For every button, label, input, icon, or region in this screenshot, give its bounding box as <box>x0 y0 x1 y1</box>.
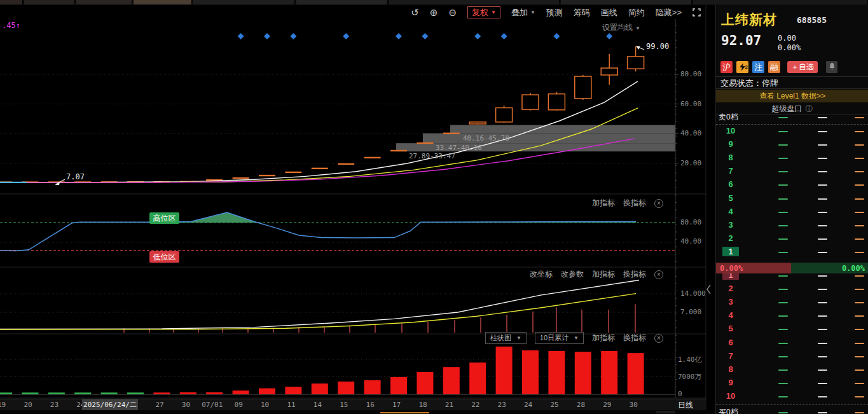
bid-level-number: 9 <box>722 378 739 387</box>
bell-icon <box>829 62 836 70</box>
lightning-badge[interactable]: 2 <box>736 61 748 73</box>
overlay-button[interactable]: 叠加▼ <box>511 8 535 17</box>
ask-level-number: 6 <box>722 179 739 189</box>
empty-quote-dash <box>818 356 827 357</box>
empty-quote-dash <box>855 225 864 226</box>
ask-row[interactable]: 4 <box>716 205 868 219</box>
bid-row[interactable]: 2 <box>716 282 868 296</box>
bid-row[interactable]: 10 <box>716 390 868 403</box>
ma-settings-button[interactable]: 设置均线▼ <box>602 22 640 33</box>
empty-quote-dash <box>855 131 864 132</box>
buy-ratio-value: 0.00% <box>791 263 868 273</box>
period-label[interactable]: 日线 <box>678 400 693 411</box>
bid-level-number: 3 <box>722 297 739 307</box>
trading-status: 交易状态：停牌 <box>716 76 868 89</box>
ask-level-number: 9 <box>722 139 739 149</box>
empty-quote-dash <box>778 356 788 357</box>
bid-level-number: 2 <box>722 284 739 293</box>
overlay-button-label: 叠加 <box>511 8 528 17</box>
ask-row[interactable]: 5 <box>716 192 868 205</box>
empty-quote-dash <box>778 252 788 253</box>
empty-quote-dash <box>778 396 788 397</box>
empty-quote-dash <box>818 131 827 132</box>
empty-quote-dash <box>818 158 827 159</box>
indicator2-header: 改坐标改参数加指标换指标× <box>530 269 663 280</box>
level1-data-link[interactable]: 查看 Level1 数据>> <box>716 90 868 102</box>
close-panel-button[interactable]: × <box>654 270 663 279</box>
switch-indicator-link[interactable]: 换指标 <box>623 333 646 343</box>
bid-row[interactable]: 3 <box>716 296 868 309</box>
price-change: 0.00 <box>778 34 796 43</box>
accumulation-dropdown[interactable]: 10日累计▼ <box>535 332 584 344</box>
ask-level-number: 3 <box>722 220 739 230</box>
chevron-down-icon: ▼ <box>516 335 521 341</box>
axis-tick-label: 80.00 <box>680 70 701 78</box>
bid-row[interactable]: 7 <box>716 350 868 363</box>
empty-quote-dash <box>778 225 788 226</box>
ask-row[interactable]: 9 <box>716 138 868 151</box>
zoom-in-icon[interactable]: ⊕ <box>430 8 438 17</box>
alert-bell-button[interactable] <box>826 61 837 73</box>
bid-level-number: 7 <box>722 351 739 361</box>
axis-tick-label: 0 <box>678 390 682 398</box>
empty-quote-dash <box>778 184 788 186</box>
ask-row[interactable]: 6 <box>716 178 868 191</box>
bid-row[interactable]: 9 <box>716 376 868 390</box>
market-badge-hu[interactable]: 沪 <box>720 61 733 73</box>
fullscreen-icon[interactable] <box>692 8 701 17</box>
close-panel-button[interactable]: × <box>654 334 663 343</box>
chip-zone-label: 27.89-33.47 <box>409 152 455 160</box>
margin-badge[interactable]: 融 <box>768 61 780 73</box>
empty-quote-dash <box>855 329 864 330</box>
empty-quote-dash <box>818 289 827 290</box>
ask-row[interactable]: 1 <box>716 245 868 259</box>
add-indicator-link[interactable]: 加指标 <box>592 333 615 343</box>
bid-row[interactable]: 4 <box>716 309 868 322</box>
ask-level-number: 2 <box>722 233 739 243</box>
empty-quote-dash <box>778 198 788 200</box>
date-label: 25 <box>550 401 558 409</box>
empty-quote-dash <box>855 171 864 172</box>
change-params-link[interactable]: 改参数 <box>561 269 584 280</box>
bottom-strip-accent <box>380 412 429 413</box>
quote-panel: 上纬新材 688585 92.07 0.00 0.00% 沪2注融＋自选 交易状… <box>715 5 868 414</box>
axis-tick-label: 40.00 <box>680 129 701 137</box>
change-axis-link[interactable]: 改坐标 <box>530 269 553 280</box>
chevron-down-icon: ▼ <box>635 25 640 31</box>
empty-quote-dash <box>778 158 788 159</box>
bid-level-number: 10 <box>722 391 739 401</box>
ask-row[interactable]: 7 <box>716 165 868 178</box>
empty-quote-dash <box>855 158 864 159</box>
forecast-button[interactable]: 预测 <box>546 8 563 17</box>
draw-line-button[interactable]: 画线 <box>601 8 617 17</box>
hide-panels-button[interactable]: 隐藏>> <box>656 8 682 17</box>
ask-level-number: 7 <box>722 166 739 176</box>
stock-name: 上纬新材 <box>721 11 777 29</box>
chips-button[interactable]: 筹码 <box>574 8 590 17</box>
date-label: 22 <box>471 401 479 409</box>
undo-icon[interactable]: ↺ <box>411 8 419 17</box>
ask-row[interactable]: 2 <box>716 232 868 245</box>
adjust-price-button[interactable]: 复权▼ <box>467 6 500 18</box>
bid-row[interactable]: 6 <box>716 336 868 350</box>
bid-row[interactable]: 5 <box>716 322 868 336</box>
switch-indicator-link[interactable]: 换指标 <box>623 198 646 209</box>
empty-quote-dash <box>855 343 864 344</box>
axis-tick-label: 20.00 <box>680 159 701 167</box>
add-indicator-link[interactable]: 加指标 <box>592 269 615 280</box>
ask-row[interactable]: 8 <box>716 151 868 165</box>
switch-indicator-link[interactable]: 换指标 <box>623 269 646 280</box>
add-indicator-link[interactable]: 加指标 <box>592 198 615 209</box>
close-panel-button[interactable]: × <box>654 199 663 208</box>
zoom-out-icon[interactable]: ⊖ <box>448 8 457 17</box>
simple-mode-button[interactable]: 简约 <box>628 8 645 17</box>
add-watchlist-button[interactable]: ＋自选 <box>787 61 818 73</box>
note-badge[interactable]: 注 <box>752 61 764 73</box>
ask-row[interactable]: 3 <box>716 219 868 232</box>
chart-type-dropdown[interactable]: 柱状图▼ <box>485 332 527 344</box>
bid-row[interactable]: 8 <box>716 363 868 376</box>
empty-quote-dash <box>855 396 864 397</box>
ask-row[interactable]: 10 <box>716 125 868 138</box>
tab-segment <box>193 0 295 4</box>
empty-quote-dash <box>855 383 864 384</box>
